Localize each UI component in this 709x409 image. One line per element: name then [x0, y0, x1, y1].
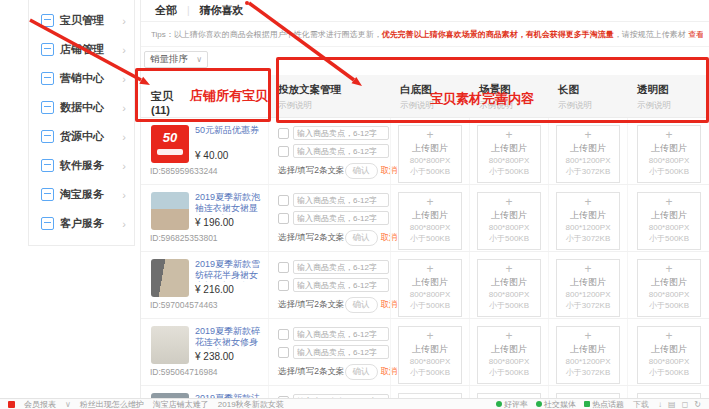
tab-guess-you-like[interactable]: 猜你喜欢: [200, 3, 244, 18]
tool-icon[interactable]: ↻: [694, 400, 701, 409]
checkbox[interactable]: [278, 329, 289, 340]
chevron-right-icon: ›: [122, 102, 126, 114]
example-explain-link[interactable]: 示例说明: [278, 100, 390, 112]
tool-icon[interactable]: ↓: [658, 400, 662, 409]
column-title: 场景图: [479, 83, 548, 97]
upload-label: 上传图片: [399, 209, 461, 222]
upload-image-button[interactable]: +上传图片800*800PX小于500KB: [637, 192, 701, 250]
checkbox[interactable]: [278, 262, 289, 273]
upload-image-button[interactable]: +上传图片800*800PX小于500KB: [637, 259, 701, 317]
sidebar-item-data-center[interactable]: 数据中心›: [29, 93, 134, 122]
selling-point-input[interactable]: [293, 345, 389, 359]
upload-limit-hint: 小于500KB: [478, 166, 540, 177]
checkbox[interactable]: [278, 128, 289, 139]
upload-image-button[interactable]: +上传图片800*800PX小于500KB: [637, 125, 701, 183]
bottom-bar-badge[interactable]: 热点话题: [584, 399, 624, 409]
product-title-link[interactable]: 50元新品优惠券: [195, 125, 263, 136]
confirm-button[interactable]: 确认: [345, 297, 378, 313]
product-title-link[interactable]: 2019夏季新款泡袖连衣裙女裙显瘦T恤中长款: [195, 192, 263, 215]
upload-image-button[interactable]: +上传图片800*800PX小于500KB: [477, 259, 541, 317]
upload-image-button[interactable]: +上传图片800*800PX小于500KB: [637, 326, 701, 384]
product-title-link[interactable]: 2019夏季新款雪纺碎花半身裙女中长款新款白: [195, 259, 263, 282]
plus-icon: +: [478, 130, 540, 141]
sort-dropdown[interactable]: 销量排序 ∨: [144, 51, 208, 68]
upload-image-button[interactable]: +上传图片800*800PX小于500KB: [398, 192, 462, 250]
product-title-link[interactable]: 2019夏季新款碎花连衣裙女修身显瘦小众网红: [195, 326, 263, 349]
checkbox[interactable]: [278, 347, 289, 358]
selling-point-line: [278, 327, 390, 341]
confirm-button[interactable]: 确认: [345, 163, 378, 179]
copy-actions: 选择/填写2条文案确认取消: [278, 364, 390, 380]
bottom-bar-link[interactable]: 淘宝店铺太难了: [153, 399, 209, 409]
selling-point-input[interactable]: [293, 144, 389, 158]
column-header-2: 场景图示例说明: [469, 75, 548, 118]
upload-image-button[interactable]: +上传图片800*800PX小于500KB: [477, 125, 541, 183]
plus-icon: +: [399, 264, 461, 275]
upload-label: 上传图片: [638, 142, 700, 155]
upload-image-button[interactable]: +上传图片800*1200PX小于3072KB: [556, 192, 620, 250]
new-badge-dot: [245, 1, 249, 5]
chevron-right-icon: ›: [122, 131, 126, 143]
checkbox[interactable]: [278, 195, 289, 206]
selling-point-input[interactable]: [293, 278, 389, 292]
tool-icon[interactable]: ◻: [682, 400, 689, 409]
confirm-button[interactable]: 确认: [345, 230, 378, 246]
column-title: 长图: [558, 83, 627, 97]
upload-image-button[interactable]: +上传图片800*800PX小于500KB: [398, 259, 462, 317]
upload-image-button[interactable]: +上传图片800*1200PX小于3072KB: [556, 326, 620, 384]
example-explain-link[interactable]: 示例说明: [479, 100, 548, 112]
supply-center-icon: [41, 130, 54, 143]
selling-point-input[interactable]: [293, 126, 389, 140]
sidebar-item-customer-service[interactable]: 客户服务›: [29, 209, 134, 238]
bottom-bar-link[interactable]: 2019秋冬新款女装: [218, 399, 284, 409]
download-button[interactable]: 下载: [633, 399, 649, 409]
tips-detail-link[interactable]: 查看详情>: [688, 30, 703, 39]
sidebar-item-supply-center[interactable]: 货源中心›: [29, 122, 134, 151]
green-dot-icon: [536, 401, 542, 407]
upload-limit-hint: 小于500KB: [638, 233, 700, 244]
sidebar-item-baby-manage[interactable]: 宝贝管理›: [29, 6, 134, 35]
selling-point-input[interactable]: [293, 327, 389, 341]
example-explain-link[interactable]: 示例说明: [558, 100, 627, 112]
sidebar-item-marketing-center[interactable]: 营销中心›: [29, 64, 134, 93]
data-center-icon: [41, 101, 54, 114]
member-report-link[interactable]: 会员报表: [24, 399, 56, 409]
upload-image-button[interactable]: +上传图片800*800PX小于500KB: [477, 192, 541, 250]
sidebar-item-shop-manage[interactable]: 店铺管理›: [29, 35, 134, 64]
example-explain-link[interactable]: 示例说明: [637, 100, 709, 112]
upload-label: 上传图片: [399, 343, 461, 356]
upload-image-button[interactable]: +上传图片800*1200PX小于3072KB: [556, 259, 620, 317]
bottom-bar-badge[interactable]: 好评率: [496, 399, 528, 409]
selling-point-input[interactable]: [293, 211, 389, 225]
product-thumbnail: 50: [151, 125, 189, 163]
bottom-bar-badge[interactable]: 社交媒体: [536, 399, 576, 409]
checkbox[interactable]: [278, 213, 289, 224]
coupon-value-text: 50: [151, 130, 189, 145]
column-header-3: 长图示例说明: [548, 75, 627, 118]
upload-limit-hint: 小于3072KB: [557, 166, 619, 177]
sidebar-item-software-service[interactable]: 软件服务›: [29, 151, 134, 180]
bottom-bar-link[interactable]: 粉丝出现怎么维护: [80, 399, 144, 409]
copy-note: 选择/填写2条文案: [278, 232, 345, 244]
upload-image-button[interactable]: +上传图片800*800PX小于500KB: [398, 326, 462, 384]
copy-manage-cell: 选择/填写2条文案确认取消: [268, 118, 390, 184]
checkbox[interactable]: [278, 280, 289, 291]
upload-cell: +上传图片800*800PX小于500KB: [627, 185, 709, 251]
tab-all[interactable]: 全部: [155, 3, 177, 18]
example-explain-link[interactable]: 示例说明: [400, 100, 469, 112]
upload-label: 上传图片: [478, 142, 540, 155]
confirm-button[interactable]: 确认: [345, 364, 378, 380]
sort-dropdown-value: 销量排序: [150, 53, 188, 66]
upload-image-button[interactable]: +上传图片800*800PX小于500KB: [398, 125, 462, 183]
sidebar-item-taobao-service[interactable]: 淘宝服务›: [29, 180, 134, 209]
selling-point-input[interactable]: [293, 193, 389, 207]
checkbox[interactable]: [278, 146, 289, 157]
plus-icon: +: [399, 197, 461, 208]
upload-limit-hint: 小于3072KB: [557, 300, 619, 311]
tool-icon[interactable]: ▤: [668, 400, 676, 409]
upload-cell: +上传图片800*800PX小于500KB: [469, 185, 548, 251]
upload-image-button[interactable]: +上传图片800*1200PX小于3072KB: [556, 125, 620, 183]
plus-icon: +: [638, 331, 700, 342]
selling-point-input[interactable]: [293, 260, 389, 274]
upload-image-button[interactable]: +上传图片800*800PX小于500KB: [477, 326, 541, 384]
